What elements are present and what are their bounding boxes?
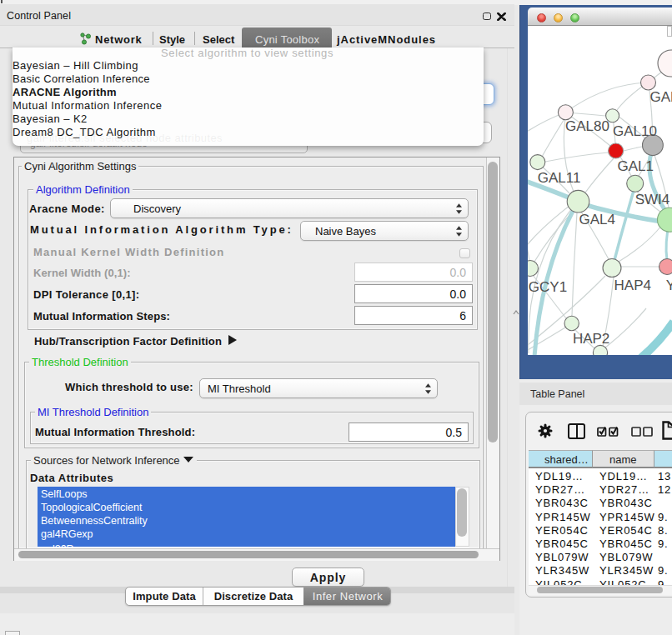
svg-text:GAL10: GAL10	[613, 123, 657, 139]
svg-text:YJ: YJ	[666, 278, 672, 293]
svg-text:GAL1: GAL1	[618, 158, 654, 174]
svg-text:GAL11: GAL11	[538, 170, 581, 186]
svg-text:HAP4: HAP4	[614, 278, 651, 293]
svg-text:GAL80: GAL80	[565, 118, 609, 134]
svg-text:GAL4: GAL4	[579, 212, 615, 228]
svg-text:SWI4: SWI4	[635, 192, 670, 208]
svg-text:GAL7: GAL7	[650, 89, 672, 105]
svg-text:GCY1: GCY1	[529, 279, 567, 295]
svg-text:HAP2: HAP2	[573, 331, 609, 347]
